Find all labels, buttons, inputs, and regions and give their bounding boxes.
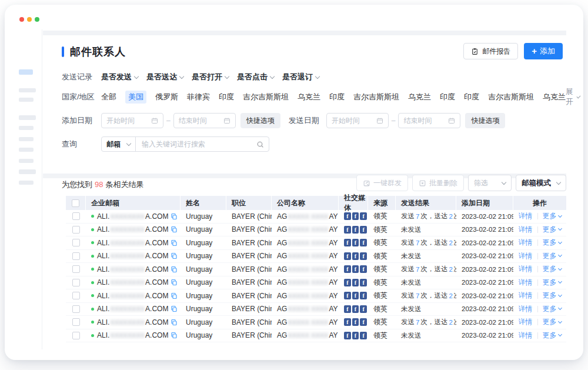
more-link[interactable]: 更多 [543,317,562,327]
row-checkbox[interactable] [72,239,80,246]
facebook-icon[interactable]: f [360,318,367,326]
region-filter-item[interactable]: 乌克兰 [543,92,566,102]
detail-link[interactable]: 详情 [519,304,533,314]
facebook-icon[interactable]: f [352,305,359,313]
facebook-icon[interactable]: f [344,318,351,326]
facebook-icon[interactable]: f [344,226,351,234]
facebook-icon[interactable]: f [360,332,367,339]
send-date-start-input[interactable]: 开始时间 [326,113,389,128]
facebook-icon[interactable]: f [360,305,367,313]
more-link[interactable]: 更多 [543,238,562,248]
row-checkbox[interactable] [72,292,80,299]
region-filter-item[interactable]: 菲律宾 [187,92,210,102]
facebook-icon[interactable]: f [360,265,367,273]
mode-select[interactable]: 邮箱模式 [516,175,566,191]
detail-link[interactable]: 详情 [519,264,533,274]
copy-icon[interactable] [171,213,178,220]
facebook-icon[interactable]: f [344,265,351,273]
facebook-icon[interactable]: f [360,279,367,286]
region-filter-item[interactable]: 乌克兰 [408,92,431,102]
detail-link[interactable]: 详情 [519,317,533,327]
row-checkbox[interactable] [72,265,80,273]
more-link[interactable]: 更多 [543,211,562,221]
add-button[interactable]: + 添加 [524,43,563,59]
facebook-icon[interactable]: f [344,332,351,339]
region-filter-item[interactable]: 印度 [219,92,234,102]
region-filter-item[interactable]: 吉尔吉斯斯坦 [243,92,289,102]
region-filter-item[interactable]: 乌克兰 [298,92,320,102]
row-checkbox[interactable] [72,252,80,260]
select-all-checkbox[interactable] [72,199,79,207]
facebook-icon[interactable]: f [352,226,359,234]
send-status-dropdown[interactable]: 是否打开 [192,72,229,82]
region-filter-item[interactable]: 美国 [125,91,146,104]
row-checkbox[interactable] [72,279,80,286]
more-link[interactable]: 更多 [543,225,562,235]
more-link[interactable]: 更多 [543,331,562,341]
add-date-start-input[interactable]: 开始时间 [101,113,163,128]
more-link[interactable]: 更多 [543,264,562,274]
region-filter-item[interactable]: 俄罗斯 [155,92,178,102]
region-filter-item[interactable]: 全部 [101,92,116,102]
close-button[interactable] [19,17,24,22]
add-date-end-input[interactable]: 结束时间 [173,113,236,128]
row-checkbox[interactable] [72,226,80,234]
facebook-icon[interactable]: f [344,305,351,313]
bulk-delete-button[interactable]: 批量删除 [412,175,464,191]
search-input[interactable] [141,139,253,149]
copy-icon[interactable] [171,239,178,246]
row-checkbox[interactable] [72,305,80,313]
send-status-dropdown[interactable]: 是否点击 [237,72,274,82]
facebook-icon[interactable]: f [344,239,351,246]
detail-link[interactable]: 详情 [519,225,533,235]
sidebar-item-active[interactable] [19,69,33,75]
more-link[interactable]: 更多 [543,278,562,288]
region-filter-item[interactable]: 印度 [440,92,455,102]
facebook-icon[interactable]: f [352,318,359,326]
copy-icon[interactable] [171,252,178,259]
bulk-send-button[interactable]: 一键群发 [356,175,408,191]
send-date-quick-options-button[interactable]: 快捷选项 [465,113,505,128]
facebook-icon[interactable]: f [352,279,359,286]
copy-icon[interactable] [171,279,178,286]
facebook-icon[interactable]: f [360,212,367,220]
facebook-icon[interactable]: f [352,332,359,339]
more-link[interactable]: 更多 [543,291,562,301]
search-field-select[interactable]: 邮箱 [102,137,136,151]
region-filter-item[interactable]: 吉尔吉斯斯坦 [488,92,534,102]
facebook-icon[interactable]: f [352,292,359,299]
copy-icon[interactable] [171,226,178,233]
facebook-icon[interactable]: f [352,239,359,246]
detail-link[interactable]: 详情 [519,278,533,288]
row-checkbox[interactable] [72,318,80,326]
region-filter-item[interactable]: 印度 [464,92,479,102]
detail-link[interactable]: 详情 [519,211,533,221]
send-date-end-input[interactable]: 结束时间 [398,113,460,128]
add-date-quick-options-button[interactable]: 快捷选项 [240,113,280,128]
facebook-icon[interactable]: f [344,212,351,220]
copy-icon[interactable] [171,266,178,273]
minimize-button[interactable] [27,17,32,22]
row-checkbox[interactable] [72,212,80,220]
facebook-icon[interactable]: f [344,292,351,299]
maximize-button[interactable] [35,17,39,22]
facebook-icon[interactable]: f [352,252,359,260]
send-status-dropdown[interactable]: 是否送达 [146,72,183,82]
expand-toggle[interactable]: 展开 [566,87,580,107]
facebook-icon[interactable]: f [352,265,359,273]
facebook-icon[interactable]: f [344,279,351,286]
detail-link[interactable]: 详情 [519,251,533,261]
region-filter-item[interactable]: 印度 [329,92,345,102]
copy-icon[interactable] [171,305,178,312]
detail-link[interactable]: 详情 [519,238,533,248]
facebook-icon[interactable]: f [360,226,367,234]
send-status-dropdown[interactable]: 是否退订 [282,72,319,82]
copy-icon[interactable] [171,332,178,339]
detail-link[interactable]: 详情 [519,331,533,341]
filter-select[interactable]: 筛选 [468,175,512,191]
more-link[interactable]: 更多 [543,304,562,314]
region-filter-item[interactable]: 吉尔吉斯斯坦 [353,92,399,102]
copy-icon[interactable] [171,319,178,326]
facebook-icon[interactable]: f [360,292,367,299]
facebook-icon[interactable]: f [360,252,367,260]
